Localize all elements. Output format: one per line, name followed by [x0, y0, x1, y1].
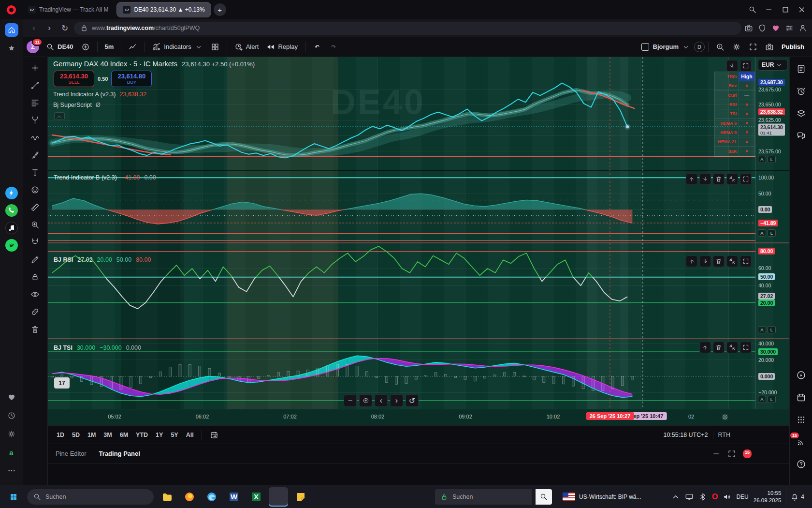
reset-chart-button[interactable]: ↺ [406, 394, 419, 407]
range-1d[interactable]: 1D [53, 430, 68, 440]
new-tab-button[interactable]: + [214, 3, 226, 16]
word-icon[interactable]: W [224, 487, 244, 507]
shield-icon[interactable] [758, 24, 767, 32]
pane-maximize-button[interactable] [740, 255, 752, 267]
rsi-legend[interactable]: BJ RSI 27.02 20.00 50.00 80.00 [54, 256, 151, 263]
trend-b-legend[interactable]: Trend Indicator B (v2.3) −41.89 0.00 [54, 174, 156, 181]
settings-gear-icon[interactable] [5, 427, 18, 441]
snapshot-icon[interactable] [744, 24, 753, 32]
pane-collapse-button[interactable] [726, 173, 738, 185]
price-scale[interactable]: EUR 23,687.3023,675.0023,650.0023,638.32… [755, 57, 789, 409]
session-rth[interactable]: RTH [718, 432, 730, 438]
panel-expand-icon[interactable] [727, 449, 736, 458]
pane-up-button[interactable] [699, 342, 711, 353]
favorites-heart-icon[interactable] [771, 24, 780, 32]
pattern-tool[interactable] [27, 130, 44, 146]
file-explorer-icon[interactable] [158, 487, 177, 507]
news-widget[interactable]: US-Wirtschaft: BIP wä... [563, 493, 641, 501]
tray-display-icon[interactable] [685, 493, 694, 501]
more-options-icon[interactable] [5, 464, 18, 478]
pitchfork-tool[interactable] [27, 112, 44, 128]
chart-panes[interactable]: DE40 Germany DAX 40 Index · 5 · IC Marke… [48, 57, 789, 409]
whatsapp-icon[interactable] [5, 204, 18, 217]
notification-center[interactable]: 4 [786, 489, 808, 505]
scroll-right-button[interactable]: › [390, 394, 403, 407]
speed-dial-icon[interactable] [5, 23, 18, 37]
search-go-button[interactable] [536, 489, 552, 505]
tray-opera-icon[interactable]: O [712, 493, 718, 501]
chart-type-button[interactable] [125, 40, 141, 54]
auto-scale-button[interactable]: A [758, 326, 766, 333]
range-5d[interactable]: 5D [68, 430, 84, 440]
streams-icon[interactable] [795, 369, 807, 381]
tray-bluetooth-icon[interactable] [698, 493, 707, 501]
taskbar-search[interactable]: Suchen [27, 489, 154, 505]
url-field[interactable]: www.tradingview.com/chart/d50glPWQ [74, 22, 741, 35]
pane-collapse-button[interactable] [726, 342, 738, 353]
history-icon[interactable] [5, 409, 18, 422]
alert-button[interactable]: Alert [231, 40, 263, 54]
aliexpress-icon[interactable]: a [5, 446, 18, 459]
browser-search-widget[interactable]: Suchen [435, 489, 532, 505]
reader-settings-icon[interactable] [785, 24, 794, 32]
pane-delete-button[interactable] [713, 173, 725, 185]
scroll-to-recent-button[interactable] [726, 60, 738, 72]
browser-search-icon[interactable] [745, 2, 760, 17]
link-tool[interactable] [27, 304, 44, 320]
currency-toggle-button[interactable]: EUR [758, 59, 787, 71]
tab-pine-editor[interactable]: Pine Editor [56, 450, 87, 457]
start-button[interactable] [4, 487, 23, 507]
pane-down-button[interactable] [699, 173, 711, 185]
pencil-tool[interactable] [27, 252, 44, 268]
quick-search-icon[interactable] [712, 40, 728, 54]
tab-trading-panel[interactable]: Trading Panel [99, 450, 140, 457]
apps-grid-icon[interactable] [795, 414, 807, 425]
forward-button[interactable]: › [43, 22, 56, 34]
range-1m[interactable]: 1M [84, 430, 100, 440]
trendline-tool[interactable] [27, 77, 44, 93]
layout-name-button[interactable]: Bjorgum [649, 40, 694, 54]
help-icon[interactable] [795, 458, 807, 470]
live-signal-icon[interactable]: 15 [795, 436, 807, 448]
magnet-tool[interactable] [27, 234, 44, 250]
pane-maximize-button[interactable] [740, 342, 752, 353]
likes-heart-icon[interactable] [5, 390, 18, 404]
range-all[interactable]: All [182, 430, 198, 440]
maximize-pane-button[interactable] [740, 60, 752, 72]
range-3m[interactable]: 3M [100, 430, 116, 440]
indicator-templates-button[interactable] [207, 40, 223, 54]
minimize-window-button[interactable] [762, 2, 776, 17]
auto-scale-button[interactable]: A [758, 156, 766, 163]
range-6m[interactable]: 6M [116, 430, 132, 440]
measure-tool[interactable] [27, 199, 44, 215]
brush-tool[interactable] [27, 147, 44, 163]
profile-icon[interactable] [798, 24, 807, 32]
pane-up-button[interactable] [686, 173, 697, 185]
back-button[interactable]: ‹ [28, 22, 40, 34]
reload-button[interactable]: ↻ [58, 22, 71, 34]
log-scale-button[interactable]: L [768, 156, 776, 163]
panel-minimize-icon[interactable] [712, 449, 721, 458]
undo-button[interactable]: ↶ [309, 40, 325, 54]
zoom-out-button[interactable] [344, 394, 357, 407]
time-axis[interactable]: 05:0206:0207:0208:0209:0210:0226 Sep '25… [48, 409, 789, 425]
watchlist-icon[interactable] [795, 63, 807, 75]
tiktok-icon[interactable] [5, 222, 18, 234]
chart-settings-gear-icon[interactable] [728, 40, 745, 54]
hide-tool[interactable] [27, 286, 44, 302]
compare-add-button[interactable] [77, 40, 94, 54]
language-indicator[interactable]: DEU [736, 493, 748, 500]
tradingview-watermark-logo[interactable]: 17 [54, 377, 70, 388]
interval-button[interactable]: 5m [101, 40, 118, 54]
emoji-tool[interactable] [27, 182, 44, 198]
replay-button[interactable]: Replay [262, 40, 301, 54]
redo-button[interactable]: ↷ [325, 40, 342, 54]
range-1y[interactable]: 1Y [152, 430, 167, 440]
zoom-in-button[interactable] [359, 394, 372, 407]
pane-down-button[interactable] [699, 255, 711, 267]
zoom-tool[interactable] [27, 217, 44, 233]
layout-select-icon[interactable] [641, 43, 649, 51]
symbol-search-button[interactable]: DE40 [42, 40, 77, 54]
bookmarks-star-icon[interactable] [5, 42, 18, 55]
indicators-button[interactable]: Indicators [148, 40, 206, 54]
